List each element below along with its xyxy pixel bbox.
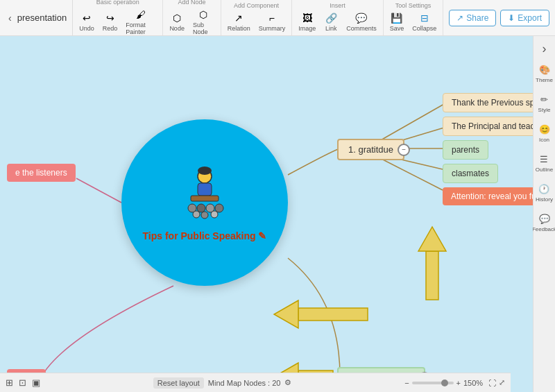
redo-button[interactable]: ↪ Redo [101, 10, 120, 33]
undo-button[interactable]: ↩ Undo [77, 10, 96, 33]
fit-icon[interactable]: ⊡ [19, 377, 26, 388]
share-label: Share [466, 13, 488, 23]
relation-button[interactable]: ↗ Relation [225, 10, 253, 33]
fullscreen-icon[interactable]: ▣ [32, 377, 40, 388]
share-icon: ↗ [456, 13, 463, 23]
toolbar: ‹ presentation Basic operation ↩ Undo ↪ … [0, 0, 555, 36]
classmates-node[interactable]: clasmates [443, 164, 498, 183]
gratitude-text: 1. gratitdue [348, 144, 393, 155]
svg-rect-20 [298, 308, 368, 321]
redo-icon: ↪ [103, 12, 117, 24]
theme-icon: 🎨 [538, 63, 552, 76]
reset-layout-btn[interactable]: Reset layout [153, 377, 204, 389]
svg-line-5 [375, 155, 443, 190]
share-button[interactable]: ↗ Share [449, 10, 496, 26]
principal-text: The Principal and teach [452, 121, 533, 131]
fit-screen-btn[interactable]: ⛶ [488, 379, 496, 387]
svg-point-7 [198, 167, 212, 175]
central-title: Tips for Public Speaking ✎ [143, 230, 267, 241]
collapse-button[interactable]: ⊟ Collapse [410, 10, 438, 33]
panel-item-theme[interactable]: 🎨 Theme [534, 60, 554, 86]
link-label: Link [325, 25, 337, 32]
panel-collapse-btn[interactable]: › [543, 42, 547, 56]
group-label-tool-settings: Tool Settings [395, 2, 432, 9]
svg-rect-9 [191, 196, 219, 201]
feedback-icon: 💬 [538, 212, 552, 225]
right-panel: › 🎨 Theme ✏ Style 😊 Icon ☰ Outline 🕐 His… [533, 36, 555, 392]
collapse-label: Collapse [412, 25, 436, 32]
undo-icon: ↩ [80, 12, 94, 24]
principal-node[interactable]: The Principal and teach [443, 117, 533, 136]
relation-icon: ↗ [232, 12, 246, 24]
image-button[interactable]: 🖼 Image [296, 10, 318, 33]
image-icon: 🖼 [300, 12, 314, 24]
style-icon: ✏ [538, 93, 552, 105]
toolbar-groups: Basic operation ↩ Undo ↪ Redo 🖌 Format P… [73, 0, 443, 35]
history-label: History [536, 196, 553, 203]
sub-node-label: Sub Node [193, 22, 214, 35]
expand-btn[interactable]: ⤢ [499, 378, 505, 387]
summary-label: Summary [259, 25, 286, 32]
comments-icon: 💬 [355, 12, 368, 24]
canvas[interactable]: Tips for Public Speaking ✎ e the listene… [0, 36, 533, 392]
panel-item-feedback[interactable]: 💬 Feedback [531, 210, 555, 235]
settings-icon[interactable]: ⚙ [284, 378, 291, 387]
summary-button[interactable]: ⌐ Summary [257, 10, 288, 33]
icon-label: Icon [539, 137, 549, 143]
app-title: presentation [17, 12, 67, 23]
svg-rect-18 [426, 251, 438, 300]
classmates-text: clasmates [452, 169, 489, 178]
zoom-in-btn[interactable]: + [456, 379, 461, 387]
format-painter-button[interactable]: 🖌 Format Painter [123, 7, 158, 37]
back-button[interactable]: ‹ [6, 11, 15, 25]
zoom-out-btn[interactable]: − [404, 379, 409, 387]
listeners-node[interactable]: e the listeners [7, 164, 76, 182]
group-add-component: Add Component ↗ Relation ⌐ Summary [221, 0, 293, 35]
save-label: Save [390, 25, 404, 32]
group-items-tool-settings: 💾 Save ⊟ Collapse [388, 10, 439, 33]
export-button[interactable]: ⬇ Export [500, 10, 549, 26]
svg-point-13 [215, 204, 223, 212]
save-button[interactable]: 💾 Save [388, 10, 407, 33]
svg-rect-8 [198, 183, 212, 196]
node-icon: ⬡ [170, 12, 184, 24]
gratitude-collapse[interactable]: − [398, 144, 410, 156]
panel-item-icon[interactable]: 😊 Icon [536, 120, 553, 146]
panel-item-outline[interactable]: ☰ Outline [534, 150, 554, 176]
group-label-basic: Basic operation [96, 0, 139, 6]
link-button[interactable]: 🔗 Link [322, 10, 340, 33]
listeners-text: e the listeners [15, 168, 67, 178]
group-label-add-component: Add Component [234, 2, 279, 9]
central-icon [177, 164, 232, 228]
toolbar-right: ↗ Share ⬇ Export [443, 0, 555, 35]
group-add-node: Add Node ⬡ Node ⬡ Sub Node [163, 0, 221, 35]
panel-item-history[interactable]: 🕐 History [534, 180, 554, 205]
theme-label: Theme [536, 77, 553, 83]
bottom-mid: Reset layout Mind Map Nodes : 20 ⚙ [46, 377, 399, 389]
group-basic-operation: Basic operation ↩ Undo ↪ Redo 🖌 Format P… [73, 0, 163, 35]
zoom-percent: 150% [463, 379, 486, 387]
gratitude-node[interactable]: 1. gratitdue − [337, 139, 404, 160]
group-items-insert: 🖼 Image 🔗 Link 💬 Comments [296, 10, 379, 33]
group-items-add-component: ↗ Relation ⌐ Summary [225, 10, 288, 33]
main-area: Tips for Public Speaking ✎ e the listene… [0, 36, 555, 392]
bottom-bar: ⊞ ⊡ ▣ Reset layout Mind Map Nodes : 20 ⚙… [0, 373, 511, 392]
thank-prev-node[interactable]: Thank the Previous spe [443, 93, 533, 112]
group-items-add-node: ⬡ Node ⬡ Sub Node [167, 7, 216, 37]
panel-item-style[interactable]: ✏ Style [536, 90, 553, 116]
parents-node[interactable]: parents [443, 140, 488, 160]
svg-point-15 [201, 212, 208, 219]
sub-node-button[interactable]: ⬡ Sub Node [191, 7, 216, 37]
grid-icon[interactable]: ⊞ [6, 377, 13, 388]
svg-marker-19 [418, 227, 446, 251]
image-label: Image [298, 25, 316, 32]
undo-label: Undo [79, 25, 94, 32]
attention-node[interactable]: Attention: reveal you fu [443, 187, 533, 205]
node-button[interactable]: ⬡ Node [167, 10, 187, 33]
mind-map-nodes-label: Mind Map Nodes : 20 [208, 379, 281, 387]
comments-button[interactable]: 💬 Comments [344, 10, 379, 33]
outline-icon: ☰ [537, 153, 551, 165]
svg-line-0 [76, 178, 121, 203]
sub-node-icon: ⬡ [196, 8, 210, 21]
zoom-slider[interactable] [412, 382, 454, 384]
